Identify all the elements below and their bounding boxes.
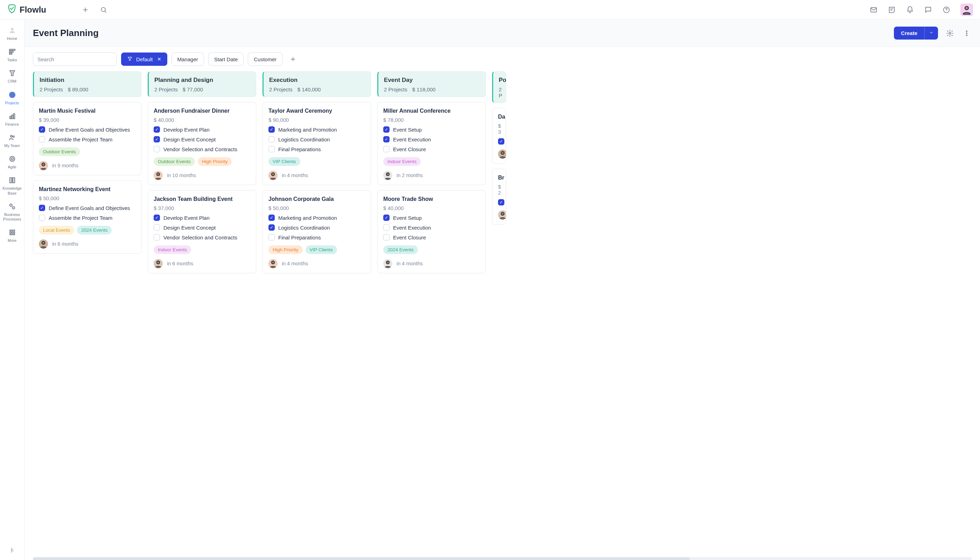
task-row[interactable]: Marketing and Promotion — [268, 127, 365, 133]
sidebar-item-knowledge-base[interactable]: Knowledge Base — [0, 173, 24, 198]
task-row[interactable]: Design Event Concept — [153, 136, 250, 142]
task-checkbox[interactable] — [268, 234, 275, 240]
task-row[interactable]: Develop Event Plan — [153, 215, 250, 221]
active-filter-chip[interactable]: Default ✕ — [121, 52, 167, 66]
project-card[interactable]: Martinez Networking Event $ 50,000 Defin… — [33, 180, 142, 254]
create-button[interactable]: Create — [894, 27, 938, 40]
assignee-avatar[interactable] — [498, 210, 506, 220]
project-card[interactable]: Jackson Team Building Event $ 37,000 Dev… — [148, 190, 256, 273]
project-card[interactable]: Anderson Fundraiser Dinner $ 40,000 Deve… — [148, 102, 256, 185]
task-row[interactable] — [498, 138, 500, 145]
project-card[interactable]: Moore Trade Show $ 40,000 Event Setup Ev… — [377, 190, 486, 273]
task-checkbox[interactable] — [153, 146, 160, 152]
task-row[interactable]: Vendor Selection and Contracts — [153, 234, 250, 240]
bell-icon[interactable] — [906, 6, 914, 14]
assignee-avatar[interactable] — [268, 171, 278, 180]
task-checkbox[interactable] — [268, 136, 275, 142]
project-card[interactable]: Br $ 2 — [492, 169, 506, 225]
task-checkbox[interactable] — [268, 224, 275, 231]
task-row[interactable]: Assemble the Project Team — [39, 136, 135, 142]
task-row[interactable]: Event Closure — [383, 234, 480, 240]
sidebar-item-home[interactable]: Home — [0, 23, 24, 44]
tag[interactable]: VIP Clients — [305, 245, 337, 254]
board-scroll-area[interactable]: Initiation 2 Projects $ 89,000 Martin Mu… — [25, 72, 980, 560]
column-header[interactable]: Initiation 2 Projects $ 89,000 — [33, 72, 142, 97]
task-checkbox[interactable] — [383, 215, 390, 221]
assignee-avatar[interactable] — [498, 150, 506, 158]
task-row[interactable]: Event Closure — [383, 146, 480, 152]
mail-icon[interactable] — [869, 6, 878, 14]
task-row[interactable]: Vendor Selection and Contracts — [153, 146, 250, 152]
task-row[interactable]: Marketing and Promotion — [268, 215, 365, 221]
task-checkbox[interactable] — [498, 199, 504, 205]
task-checkbox[interactable] — [268, 215, 275, 221]
task-checkbox[interactable] — [39, 215, 45, 221]
horizontal-scrollbar[interactable] — [33, 557, 972, 560]
tag[interactable]: VIP Clients — [268, 157, 300, 166]
task-checkbox[interactable] — [153, 136, 160, 142]
user-avatar[interactable] — [960, 3, 973, 16]
more-menu-icon[interactable] — [962, 28, 972, 38]
assignee-avatar[interactable] — [39, 239, 48, 248]
assignee-avatar[interactable] — [153, 171, 163, 180]
notes-icon[interactable] — [888, 6, 896, 14]
task-row[interactable]: Final Preparations — [268, 146, 365, 152]
sidebar-item-more[interactable]: More — [0, 225, 24, 246]
sidebar-item-my-team[interactable]: My Team — [0, 130, 24, 151]
project-card[interactable]: Martin Music Festival $ 39,000 Define Ev… — [33, 102, 142, 175]
task-row[interactable]: Define Event Goals and Objectives — [39, 127, 135, 133]
sidebar-item-business-processes[interactable]: Business Processes — [0, 199, 24, 224]
settings-gear-icon[interactable] — [945, 28, 955, 38]
task-row[interactable]: Final Preparations — [268, 234, 365, 240]
tag[interactable]: Indoor Events — [383, 157, 421, 166]
sidebar-item-tasks[interactable]: Tasks — [0, 45, 24, 65]
task-checkbox[interactable] — [153, 234, 160, 240]
task-row[interactable]: Event Setup — [383, 127, 480, 133]
task-checkbox[interactable] — [153, 215, 160, 221]
task-row[interactable]: Logistics Coordination — [268, 136, 365, 142]
task-row[interactable]: Event Setup — [383, 215, 480, 221]
sidebar-item-projects[interactable]: Projects — [0, 88, 24, 108]
task-checkbox[interactable] — [383, 224, 390, 231]
sidebar-collapse-icon[interactable] — [0, 544, 24, 560]
task-checkbox[interactable] — [39, 127, 45, 133]
task-checkbox[interactable] — [268, 127, 275, 133]
tag[interactable]: High Priority — [198, 157, 232, 166]
new-item-button[interactable] — [81, 6, 90, 14]
task-checkbox[interactable] — [383, 146, 390, 152]
column-header[interactable]: Event Day 2 Projects $ 118,000 — [377, 72, 486, 97]
project-card[interactable]: Da $ 3 — [492, 108, 506, 164]
app-logo[interactable]: Flowlu — [7, 4, 46, 16]
column-header[interactable]: Execution 2 Projects $ 140,000 — [262, 72, 371, 97]
tag[interactable]: 2024 Events — [383, 245, 418, 254]
task-checkbox[interactable] — [268, 146, 275, 152]
sidebar-item-finance[interactable]: Finance — [0, 109, 24, 130]
filter-option-manager[interactable]: Manager — [172, 52, 204, 66]
task-row[interactable]: Define Event Goals and Objectives — [39, 205, 135, 211]
add-filter-button[interactable] — [287, 53, 299, 65]
column-header[interactable]: Planning and Design 2 Projects $ 77,000 — [148, 72, 256, 97]
task-checkbox[interactable] — [153, 127, 160, 133]
project-card[interactable]: Johnson Corporate Gala $ 50,000 Marketin… — [262, 190, 371, 273]
assignee-avatar[interactable] — [153, 259, 163, 268]
tag[interactable]: Indoor Events — [153, 245, 191, 254]
task-row[interactable]: Develop Event Plan — [153, 127, 250, 133]
task-row[interactable] — [498, 199, 500, 205]
task-checkbox[interactable] — [153, 224, 160, 231]
task-checkbox[interactable] — [383, 136, 390, 142]
tag[interactable]: Local Events — [39, 226, 74, 235]
task-checkbox[interactable] — [383, 234, 390, 240]
assignee-avatar[interactable] — [39, 161, 48, 170]
assignee-avatar[interactable] — [383, 171, 392, 180]
create-dropdown-caret[interactable] — [924, 27, 938, 40]
sidebar-item-crm[interactable]: CRM — [0, 66, 24, 87]
filter-option-customer[interactable]: Customer — [248, 52, 282, 66]
assignee-avatar[interactable] — [383, 259, 392, 268]
help-icon[interactable] — [942, 6, 951, 14]
search-input[interactable] — [33, 52, 117, 66]
task-checkbox[interactable] — [498, 138, 504, 145]
tag[interactable]: Outdoor Events — [153, 157, 195, 166]
filter-option-start-date[interactable]: Start Date — [208, 52, 244, 66]
tag[interactable]: 2024 Events — [77, 226, 112, 235]
tag[interactable]: Outdoor Events — [39, 147, 80, 156]
